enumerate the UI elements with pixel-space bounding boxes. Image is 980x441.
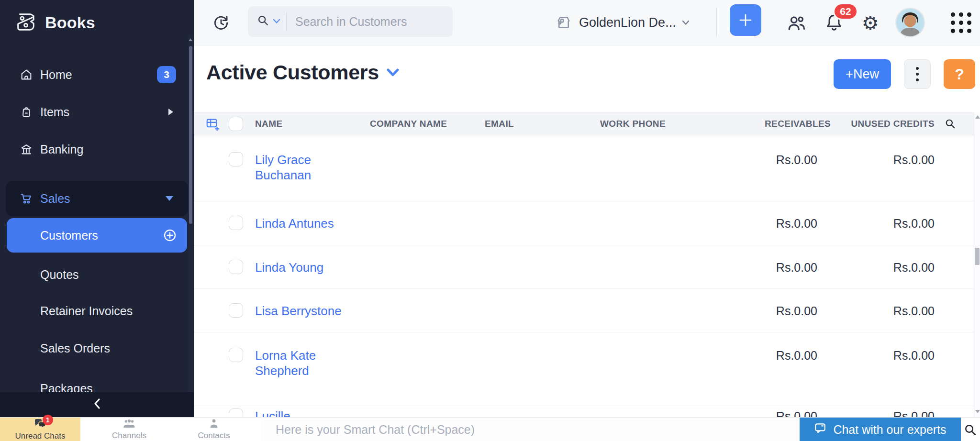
- more-options-button[interactable]: [904, 59, 931, 89]
- table-header: NAME COMPANY NAME EMAIL WORK PHONE RECEI…: [194, 112, 980, 135]
- home-icon: [19, 67, 33, 82]
- sidebar-item-label: Sales: [40, 192, 70, 206]
- chat-bubbles-icon: 1: [34, 419, 46, 431]
- receivables-cell: Rs.0.00: [765, 216, 817, 231]
- table-row[interactable]: Linda Antunes Rs.0.00 Rs.0.00: [194, 201, 980, 245]
- recent-history-icon[interactable]: [212, 0, 230, 45]
- table-search-icon[interactable]: [935, 118, 963, 130]
- channels-group-icon: [122, 419, 136, 430]
- users-admin-icon[interactable]: [785, 0, 807, 45]
- sidebar-item-sales-orders[interactable]: Sales Orders: [0, 332, 188, 364]
- customers-page: Active Customers +New ? NAME COMPA: [194, 45, 980, 417]
- sidebar-scrollbar-thumb[interactable]: [189, 46, 192, 224]
- sidebar-item-items[interactable]: Items: [0, 95, 188, 129]
- page-header: Active Customers +New ?: [194, 45, 980, 112]
- sidebar-item-label: Items: [40, 105, 69, 119]
- customer-name-link[interactable]: Linda Young: [255, 260, 323, 275]
- sidebar-item-quotes[interactable]: Quotes: [0, 258, 188, 291]
- search-divider: [286, 12, 287, 31]
- cart-icon: [19, 191, 33, 206]
- unused-credits-cell: Rs.0.00: [817, 260, 935, 275]
- apps-grid-icon[interactable]: [951, 12, 971, 33]
- scroll-down-arrow[interactable]: [975, 410, 980, 413]
- customer-name-link[interactable]: Lorna Kate Shepherd: [255, 348, 353, 378]
- column-email[interactable]: EMAIL: [485, 119, 600, 129]
- quick-create-button[interactable]: [730, 4, 761, 36]
- collapse-chevron-left-icon: [92, 397, 102, 412]
- smart-chat-dock: 1 Unread Chats Channels Contacts: [0, 417, 980, 441]
- row-checkbox[interactable]: [229, 348, 243, 362]
- unread-count-badge: 1: [43, 415, 53, 425]
- sidebar-scrollbar[interactable]: [188, 34, 193, 392]
- header-actions: +New ?: [834, 59, 969, 89]
- topbar-divider: [716, 8, 717, 36]
- select-all-checkbox[interactable]: [229, 117, 243, 131]
- app-logo[interactable]: Books: [14, 0, 95, 45]
- organization-selector[interactable]: GoldenLion De...: [555, 0, 690, 45]
- scroll-up-arrow[interactable]: [189, 38, 192, 41]
- search-input[interactable]: [289, 15, 427, 29]
- receivables-cell: Rs.0.00: [765, 152, 817, 167]
- expert-chat-icon: [814, 422, 826, 437]
- manage-columns-icon[interactable]: [205, 117, 224, 131]
- notification-count-badge: 62: [833, 3, 858, 20]
- sidebar-item-customers[interactable]: Customers: [7, 218, 187, 253]
- sidebar-item-home[interactable]: Home 3: [0, 57, 188, 92]
- app-title: Books: [45, 13, 95, 32]
- bank-icon: [19, 142, 33, 156]
- page-title[interactable]: Active Customers: [206, 61, 399, 84]
- help-button[interactable]: ?: [944, 59, 975, 89]
- receivables-cell: Rs.0.00: [765, 348, 817, 363]
- dock-tab-label: Channels: [112, 431, 146, 441]
- contact-person-icon: [209, 419, 219, 430]
- sidebar-item-sales[interactable]: Sales: [0, 181, 188, 216]
- customer-name-link[interactable]: Lily Grace Buchanan: [255, 152, 353, 183]
- column-name[interactable]: NAME: [255, 119, 370, 129]
- global-search[interactable]: [248, 6, 453, 37]
- chat-search-icon[interactable]: [962, 421, 979, 439]
- column-unused-credits[interactable]: UNUSED CREDITS: [817, 119, 935, 129]
- receivables-cell: Rs.0.00: [765, 260, 817, 275]
- customer-name-link[interactable]: Lisa Berrystone: [255, 303, 342, 319]
- home-count-badge: 3: [157, 66, 176, 83]
- unused-credits-cell: Rs.0.00: [817, 348, 935, 363]
- smart-chat-input[interactable]: [262, 418, 800, 441]
- sidebar-item-label: Sales Orders: [40, 342, 110, 355]
- content-scrollbar[interactable]: [974, 112, 980, 417]
- unused-credits-cell: Rs.0.00: [817, 303, 935, 319]
- sidebar-collapse-button[interactable]: [0, 392, 194, 417]
- table-row[interactable]: Linda Young Rs.0.00 Rs.0.00: [194, 245, 980, 289]
- sidebar-item-banking[interactable]: Banking: [0, 132, 188, 166]
- user-avatar[interactable]: [895, 8, 925, 37]
- sidebar: Books Home 3 Items: [0, 0, 194, 417]
- sidebar-item-retainer-invoices[interactable]: Retainer Invoices: [0, 295, 188, 327]
- column-receivables[interactable]: RECEIVABLES: [765, 119, 817, 129]
- customer-name-link[interactable]: Linda Antunes: [255, 216, 334, 231]
- unused-credits-cell: Rs.0.00: [817, 152, 935, 167]
- books-logo-icon: [14, 11, 36, 35]
- row-checkbox[interactable]: [229, 260, 243, 274]
- contacts-tab[interactable]: Contacts: [178, 418, 250, 441]
- settings-gear-icon[interactable]: ⚙: [862, 0, 879, 45]
- row-checkbox[interactable]: [229, 152, 243, 166]
- column-company-name[interactable]: COMPANY NAME: [370, 119, 485, 129]
- table-row[interactable]: Lily Grace Buchanan Rs.0.00 Rs.0.00: [194, 136, 980, 201]
- row-checkbox[interactable]: [229, 216, 243, 230]
- search-icon: [256, 14, 270, 29]
- row-checkbox[interactable]: [229, 303, 243, 318]
- search-scope-chevron-icon[interactable]: [273, 17, 280, 26]
- table-body: Lily Grace Buchanan Rs.0.00 Rs.0.00 Lind…: [194, 136, 980, 441]
- chevron-down-icon: [166, 196, 173, 201]
- chat-with-experts-button[interactable]: Chat with our experts: [800, 418, 961, 441]
- table-row[interactable]: Lisa Berrystone Rs.0.00 Rs.0.00: [194, 289, 980, 332]
- table-row[interactable]: Lorna Kate Shepherd Rs.0.00 Rs.0.00: [194, 332, 980, 406]
- dock-tab-label: Contacts: [198, 431, 230, 441]
- scroll-up-arrow[interactable]: [975, 115, 980, 119]
- unread-chats-tab[interactable]: 1 Unread Chats: [0, 418, 80, 441]
- new-customer-button[interactable]: +New: [834, 59, 891, 89]
- content-scrollbar-thumb[interactable]: [975, 248, 980, 265]
- channels-tab[interactable]: Channels: [80, 418, 178, 441]
- column-work-phone[interactable]: WORK PHONE: [600, 119, 765, 129]
- add-customer-icon[interactable]: [162, 228, 178, 245]
- topbar: GoldenLion De... 62 ⚙: [194, 0, 980, 45]
